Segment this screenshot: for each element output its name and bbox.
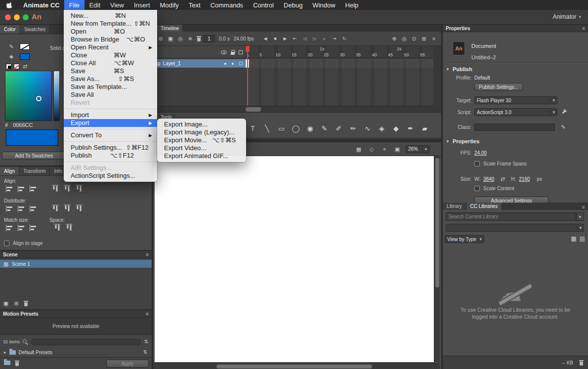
oval-tool-icon[interactable]: ◯	[289, 121, 303, 136]
properties-section-header[interactable]: ▼ Properties	[446, 138, 479, 144]
menu-item[interactable]	[64, 127, 157, 131]
camera-icon[interactable]: ▣	[166, 35, 175, 42]
menu-item[interactable]: Import ▶	[64, 111, 157, 119]
timeline-ruler[interactable]: 1s 2s 1 5 10 15 20 25 30 35	[246, 46, 433, 58]
scrollbar-thumb[interactable]	[435, 158, 439, 287]
list-view-icon[interactable]: ▤	[580, 235, 585, 242]
no-color-icon[interactable]	[14, 64, 19, 69]
delete-preset-icon[interactable]	[15, 361, 19, 366]
library-tab[interactable]: Library	[443, 203, 466, 210]
scrollbar-thumb[interactable]	[246, 107, 261, 112]
menu-item[interactable]	[64, 160, 157, 164]
height-value[interactable]: 2160	[519, 176, 530, 182]
play-icon[interactable]: ▷	[310, 35, 319, 42]
menubar-item[interactable]: Help	[340, 0, 364, 10]
wrench-icon[interactable]	[561, 109, 567, 116]
next-frame-icon[interactable]: ▹	[320, 35, 329, 42]
workspace-switcher[interactable]: Animator ▾	[552, 13, 581, 20]
menubar-item[interactable]: File	[64, 0, 84, 10]
space-evenly-horizontal-icon[interactable]	[66, 223, 73, 233]
align-top-icon[interactable]	[52, 184, 59, 194]
delete-item-icon[interactable]	[579, 360, 584, 366]
show-hide-layers-icon[interactable]	[221, 50, 227, 54]
step-back-icon[interactable]: ◀	[261, 35, 270, 42]
align-to-stage-checkbox[interactable]	[4, 241, 9, 246]
menu-item[interactable]	[64, 139, 157, 144]
ink-bottle-tool-icon[interactable]: ◆	[389, 121, 403, 136]
edit-multiple-frames-icon[interactable]: ⊞	[420, 35, 428, 42]
stage-vertical-scrollbar[interactable]	[434, 156, 440, 362]
timeline-empty-area[interactable]	[153, 68, 433, 106]
menu-item[interactable]: New... ⌘N	[64, 12, 157, 20]
menubar-item[interactable]: Control	[248, 0, 279, 10]
eraser-tool-icon[interactable]: ▰	[418, 121, 432, 136]
apply-preset-button[interactable]: Apply	[106, 360, 149, 368]
paint-bucket-tool-icon[interactable]: ◈	[375, 121, 389, 136]
scroll-updown-icon[interactable]: ⇅	[144, 338, 149, 346]
align-panel-tab[interactable]: Transform	[19, 167, 50, 175]
collapse-triangle-icon[interactable]: ▼	[446, 139, 450, 144]
menu-item[interactable]: Export Video...	[157, 144, 246, 152]
search-options-dropdown[interactable]: ▾	[576, 212, 584, 221]
edit-class-pencil-icon[interactable]: ✎	[559, 123, 568, 131]
publish-settings-button[interactable]: Publish Settings...	[474, 83, 523, 91]
link-dimensions-icon[interactable]: ⇄	[499, 175, 506, 183]
distribute-horizontal-center-icon[interactable]	[64, 204, 71, 214]
menu-item[interactable]: Close ⌘W	[64, 51, 157, 59]
lock-layers-icon[interactable]	[231, 50, 235, 55]
add-scene-icon[interactable]: ⊞	[13, 299, 19, 307]
menu-item[interactable]: Export Image...	[157, 121, 246, 128]
target-select[interactable]: Flash Player 30 ▾	[474, 96, 557, 104]
menubar-item[interactable]: Insert	[129, 0, 155, 10]
match-height-icon[interactable]	[17, 224, 27, 232]
color-value-slider[interactable]	[53, 71, 60, 121]
brush-tool-icon[interactable]: ✐	[332, 121, 346, 136]
class-input[interactable]	[474, 123, 555, 131]
go-to-first-frame-icon[interactable]: ⇤	[291, 35, 299, 42]
menu-item[interactable]: Convert To ▶	[64, 131, 157, 139]
advanced-settings-button[interactable]: Advanced Settings	[474, 197, 548, 203]
menu-item[interactable]: Save All	[64, 91, 157, 99]
menubar-item[interactable]: Modify	[155, 0, 184, 10]
menubar-item[interactable]: Text	[184, 0, 206, 10]
align-right-icon[interactable]	[29, 185, 39, 193]
edit-scene-icon[interactable]: ▦	[354, 145, 363, 153]
onion-marker-icon[interactable]: ⊚	[156, 35, 165, 42]
menu-item[interactable]: Export ▶	[64, 119, 157, 127]
step-forward-icon[interactable]: ▶	[281, 35, 290, 42]
library-search-input[interactable]	[446, 213, 576, 220]
distribute-vertical-center-icon[interactable]	[17, 205, 27, 212]
menu-item[interactable]: Open ⌘O	[64, 28, 157, 36]
frame-grid[interactable]	[246, 59, 433, 68]
oval-primitive-tool-icon[interactable]: ◉	[303, 121, 317, 136]
insert-keyframe-icon[interactable]: ⊕	[390, 35, 399, 42]
go-to-last-frame-icon[interactable]: ⇥	[330, 35, 339, 42]
tab-timeline[interactable]: Timeline	[157, 25, 182, 32]
outline-layers-icon[interactable]	[239, 50, 243, 54]
fps-value[interactable]: 24.00	[474, 150, 487, 156]
align-center-horizontal-icon[interactable]	[17, 185, 27, 193]
delete-scene-icon[interactable]	[24, 301, 28, 306]
color-panel-tab[interactable]: Swatches	[20, 25, 50, 34]
stage-horizontal-scrollbar[interactable]	[153, 363, 440, 369]
menu-item[interactable]: Browse in Bridge ⌥⌘O	[64, 36, 157, 43]
scroll-updown-icon[interactable]: ⇅	[143, 348, 148, 356]
stage-canvas[interactable]	[155, 156, 434, 362]
menu-item[interactable]: Save ⌘S	[64, 67, 157, 75]
width-tool-icon[interactable]: ∿	[360, 121, 375, 136]
library-filter-select[interactable]: ▾	[446, 224, 584, 232]
menubar-item[interactable]: Debug	[279, 0, 307, 10]
menu-item[interactable]: Close All ⌥⌘W	[64, 59, 157, 67]
paint-brush-tool-icon[interactable]: ✏	[346, 121, 360, 136]
preset-search-input[interactable]	[31, 339, 141, 345]
menu-item[interactable]: Publish ⌥⇧F12	[64, 152, 157, 160]
menu-item[interactable]: Publish Settings... ⇧⌘F12	[64, 144, 157, 152]
show-layer-depth-icon[interactable]: ≋	[186, 35, 195, 42]
panel-menu-icon[interactable]: ≡	[146, 252, 149, 257]
menu-item[interactable]: Export Image (Legacy)...	[157, 128, 246, 136]
panel-menu-icon[interactable]: ≡	[582, 204, 588, 210]
distribute-right-icon[interactable]	[76, 204, 83, 214]
align-left-icon[interactable]	[5, 185, 15, 193]
script-select[interactable]: ActionScript 3.0 ▾	[474, 108, 557, 116]
rectangle-tool-icon[interactable]: ▭	[274, 121, 289, 136]
